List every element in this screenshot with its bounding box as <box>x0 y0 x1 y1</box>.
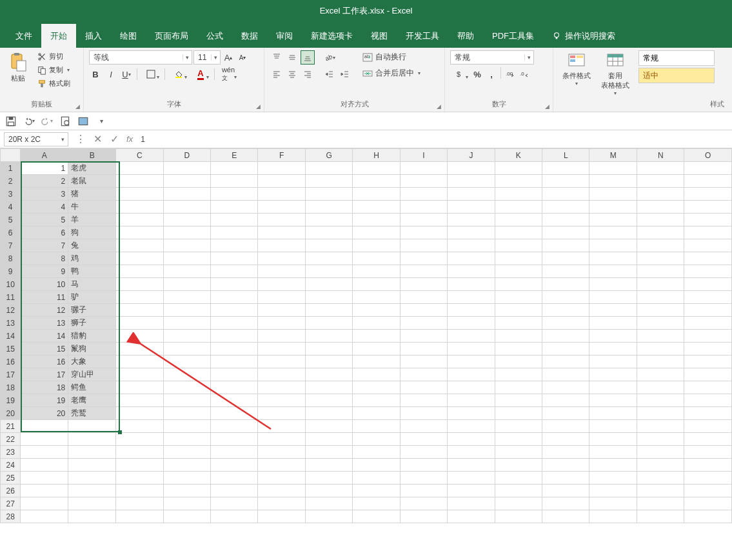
cell-E11[interactable] <box>211 291 258 304</box>
cell-O1[interactable] <box>684 162 732 175</box>
row-header-2[interactable]: 2 <box>1 175 21 188</box>
merge-center-button[interactable]: 合并后居中▾ <box>360 66 423 80</box>
cell-E24[interactable] <box>211 459 258 472</box>
row-header-3[interactable]: 3 <box>1 188 21 201</box>
cell-L12[interactable] <box>542 304 589 317</box>
cell-A26[interactable] <box>21 485 68 497</box>
cell-J3[interactable] <box>448 188 495 201</box>
cell-O28[interactable] <box>684 510 732 523</box>
cell-K15[interactable] <box>495 343 542 355</box>
cell-M21[interactable] <box>589 420 637 433</box>
cell-B20[interactable]: 秃鹫 <box>68 407 116 420</box>
name-box[interactable]: 20R x 2C ▾ <box>4 132 68 146</box>
cell-K6[interactable] <box>495 226 542 239</box>
orientation-button[interactable]: ab▾ <box>322 50 337 65</box>
cell-D17[interactable] <box>163 368 210 381</box>
tab-formulas[interactable]: 公式 <box>197 24 232 48</box>
redo-button[interactable]: ▾ <box>41 115 53 127</box>
cell-B17[interactable]: 穿山甲 <box>68 368 116 381</box>
tab-layout[interactable]: 页面布局 <box>146 24 197 48</box>
cell-O15[interactable] <box>684 343 732 355</box>
cell-K16[interactable] <box>495 355 542 368</box>
cell-I18[interactable] <box>400 381 447 394</box>
cell-L23[interactable] <box>542 446 589 459</box>
cell-D3[interactable] <box>163 188 210 201</box>
cell-H2[interactable] <box>353 175 400 188</box>
cell-J21[interactable] <box>448 420 495 433</box>
cell-M22[interactable] <box>589 433 637 446</box>
cell-H27[interactable] <box>353 497 400 510</box>
cell-J16[interactable] <box>448 355 495 368</box>
cell-E16[interactable] <box>211 355 258 368</box>
row-header-23[interactable]: 23 <box>1 446 21 459</box>
cell-C26[interactable] <box>116 485 163 497</box>
cell-E5[interactable] <box>211 214 258 226</box>
cell-M10[interactable] <box>589 278 637 291</box>
cell-A1[interactable]: 1 <box>21 162 68 175</box>
cell-D15[interactable] <box>163 343 210 355</box>
cell-H22[interactable] <box>353 433 400 446</box>
cell-B26[interactable] <box>68 485 116 497</box>
cell-O21[interactable] <box>684 420 732 433</box>
cell-D26[interactable] <box>163 485 210 497</box>
row-header-21[interactable]: 21 <box>1 420 21 433</box>
cell-H21[interactable] <box>353 420 400 433</box>
cell-J10[interactable] <box>448 278 495 291</box>
cell-style-good[interactable]: 适中 <box>638 68 715 83</box>
cell-I8[interactable] <box>400 252 447 265</box>
row-header-6[interactable]: 6 <box>1 226 21 239</box>
col-header-G[interactable]: G <box>305 149 352 162</box>
cell-G26[interactable] <box>305 485 352 497</box>
cell-J6[interactable] <box>448 226 495 239</box>
cell-N1[interactable] <box>637 162 684 175</box>
cell-O5[interactable] <box>684 214 732 226</box>
cell-K17[interactable] <box>495 368 542 381</box>
cell-O9[interactable] <box>684 265 732 278</box>
align-left-button[interactable] <box>270 67 284 81</box>
cell-F2[interactable] <box>258 175 305 188</box>
cell-L21[interactable] <box>542 420 589 433</box>
cell-C4[interactable] <box>116 201 163 214</box>
cell-F17[interactable] <box>258 368 305 381</box>
cell-M17[interactable] <box>589 368 637 381</box>
cell-H28[interactable] <box>353 510 400 523</box>
cell-G2[interactable] <box>305 175 352 188</box>
increase-font-button[interactable]: A▴ <box>222 50 235 65</box>
cell-M18[interactable] <box>589 381 637 394</box>
row-header-27[interactable]: 27 <box>1 497 21 510</box>
cell-B7[interactable]: 兔 <box>68 239 116 252</box>
cell-D1[interactable] <box>163 162 210 175</box>
cell-D23[interactable] <box>163 446 210 459</box>
cell-B4[interactable]: 牛 <box>68 201 116 214</box>
cell-C17[interactable] <box>116 368 163 381</box>
cell-M13[interactable] <box>589 317 637 330</box>
cell-G21[interactable] <box>305 420 352 433</box>
number-launcher[interactable]: ◢ <box>543 103 551 110</box>
cell-A20[interactable]: 20 <box>21 407 68 420</box>
cell-K12[interactable] <box>495 304 542 317</box>
cell-K19[interactable] <box>495 394 542 407</box>
row-header-1[interactable]: 1 <box>1 162 21 175</box>
cell-D5[interactable] <box>163 214 210 226</box>
cell-B24[interactable] <box>68 459 116 472</box>
cell-J24[interactable] <box>448 459 495 472</box>
row-header-9[interactable]: 9 <box>1 265 21 278</box>
cell-B23[interactable] <box>68 446 116 459</box>
cell-M24[interactable] <box>589 459 637 472</box>
cell-E20[interactable] <box>211 407 258 420</box>
cell-C21[interactable] <box>116 420 163 433</box>
cell-N17[interactable] <box>637 368 684 381</box>
cell-G8[interactable] <box>305 252 352 265</box>
select-all-corner[interactable] <box>1 149 21 162</box>
cell-C15[interactable] <box>116 343 163 355</box>
cell-L4[interactable] <box>542 201 589 214</box>
cell-C12[interactable] <box>116 304 163 317</box>
cell-J5[interactable] <box>448 214 495 226</box>
cell-E15[interactable] <box>211 343 258 355</box>
cell-O17[interactable] <box>684 368 732 381</box>
cancel-formula-button[interactable]: ✕ <box>92 134 103 145</box>
cell-G7[interactable] <box>305 239 352 252</box>
cell-F5[interactable] <box>258 214 305 226</box>
cell-N15[interactable] <box>637 343 684 355</box>
cell-K5[interactable] <box>495 214 542 226</box>
